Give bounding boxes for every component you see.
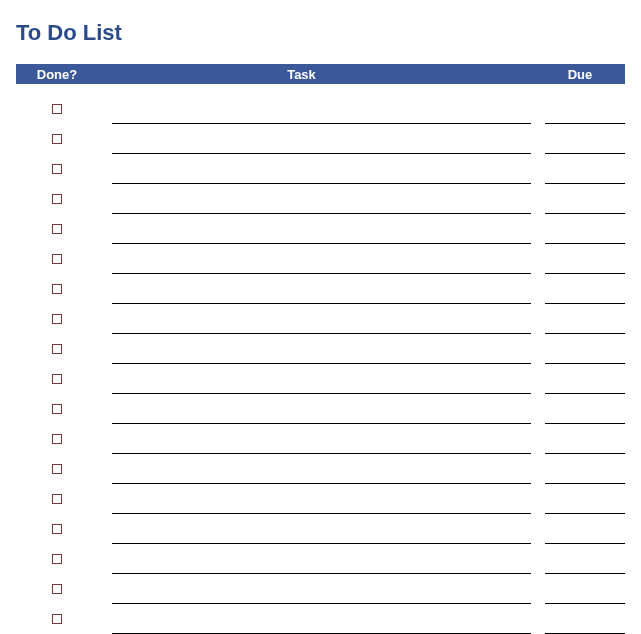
due-input-line[interactable] bbox=[545, 500, 625, 514]
task-cell bbox=[112, 110, 531, 124]
due-input-line[interactable] bbox=[545, 320, 625, 334]
done-checkbox[interactable] bbox=[52, 464, 62, 474]
done-checkbox[interactable] bbox=[52, 194, 62, 204]
done-checkbox[interactable] bbox=[52, 314, 62, 324]
task-input-line[interactable] bbox=[112, 380, 531, 394]
column-header-done: Done? bbox=[16, 67, 98, 82]
task-input-line[interactable] bbox=[112, 350, 531, 364]
task-input-line[interactable] bbox=[112, 170, 531, 184]
done-checkbox[interactable] bbox=[52, 224, 62, 234]
task-input-line[interactable] bbox=[112, 200, 531, 214]
due-input-line[interactable] bbox=[545, 530, 625, 544]
done-cell bbox=[16, 364, 98, 394]
due-cell bbox=[545, 560, 625, 574]
task-cell bbox=[112, 200, 531, 214]
done-checkbox[interactable] bbox=[52, 134, 62, 144]
task-cell bbox=[112, 290, 531, 304]
task-input-line[interactable] bbox=[112, 500, 531, 514]
column-header-task: Task bbox=[98, 67, 545, 82]
done-checkbox[interactable] bbox=[52, 404, 62, 414]
due-cell bbox=[545, 620, 625, 634]
task-cell bbox=[112, 560, 531, 574]
task-cell bbox=[112, 590, 531, 604]
due-input-line[interactable] bbox=[545, 590, 625, 604]
done-cell bbox=[16, 484, 98, 514]
done-cell bbox=[16, 604, 98, 634]
task-input-line[interactable] bbox=[112, 590, 531, 604]
due-input-line[interactable] bbox=[545, 170, 625, 184]
task-cell bbox=[112, 260, 531, 274]
due-input-line[interactable] bbox=[545, 110, 625, 124]
done-checkbox[interactable] bbox=[52, 104, 62, 114]
task-cell bbox=[112, 140, 531, 154]
todo-row bbox=[16, 484, 625, 514]
task-cell bbox=[112, 500, 531, 514]
task-input-line[interactable] bbox=[112, 470, 531, 484]
task-input-line[interactable] bbox=[112, 440, 531, 454]
due-cell bbox=[545, 140, 625, 154]
due-input-line[interactable] bbox=[545, 260, 625, 274]
done-checkbox[interactable] bbox=[52, 584, 62, 594]
done-checkbox[interactable] bbox=[52, 554, 62, 564]
done-cell bbox=[16, 214, 98, 244]
task-input-line[interactable] bbox=[112, 560, 531, 574]
done-cell bbox=[16, 424, 98, 454]
due-input-line[interactable] bbox=[545, 620, 625, 634]
task-cell bbox=[112, 230, 531, 244]
task-input-line[interactable] bbox=[112, 320, 531, 334]
done-cell bbox=[16, 184, 98, 214]
due-input-line[interactable] bbox=[545, 350, 625, 364]
task-input-line[interactable] bbox=[112, 110, 531, 124]
done-checkbox[interactable] bbox=[52, 374, 62, 384]
done-cell bbox=[16, 544, 98, 574]
done-checkbox[interactable] bbox=[52, 614, 62, 624]
task-cell bbox=[112, 440, 531, 454]
due-input-line[interactable] bbox=[545, 230, 625, 244]
done-checkbox[interactable] bbox=[52, 524, 62, 534]
task-input-line[interactable] bbox=[112, 290, 531, 304]
task-input-line[interactable] bbox=[112, 530, 531, 544]
task-input-line[interactable] bbox=[112, 140, 531, 154]
done-checkbox[interactable] bbox=[52, 254, 62, 264]
due-input-line[interactable] bbox=[545, 380, 625, 394]
task-cell bbox=[112, 320, 531, 334]
todo-rows-container bbox=[16, 94, 625, 634]
todo-row bbox=[16, 604, 625, 634]
todo-row bbox=[16, 214, 625, 244]
todo-row bbox=[16, 244, 625, 274]
due-input-line[interactable] bbox=[545, 290, 625, 304]
due-cell bbox=[545, 110, 625, 124]
done-cell bbox=[16, 274, 98, 304]
due-cell bbox=[545, 590, 625, 604]
due-cell bbox=[545, 290, 625, 304]
task-input-line[interactable] bbox=[112, 230, 531, 244]
todo-row bbox=[16, 154, 625, 184]
task-input-line[interactable] bbox=[112, 620, 531, 634]
due-input-line[interactable] bbox=[545, 140, 625, 154]
done-cell bbox=[16, 454, 98, 484]
todo-row bbox=[16, 424, 625, 454]
due-input-line[interactable] bbox=[545, 560, 625, 574]
due-cell bbox=[545, 440, 625, 454]
done-checkbox[interactable] bbox=[52, 164, 62, 174]
task-cell bbox=[112, 410, 531, 424]
done-checkbox[interactable] bbox=[52, 344, 62, 354]
task-input-line[interactable] bbox=[112, 260, 531, 274]
column-header-due: Due bbox=[545, 67, 625, 82]
done-cell bbox=[16, 334, 98, 364]
due-cell bbox=[545, 350, 625, 364]
column-header-bar: Done? Task Due bbox=[16, 64, 625, 84]
due-input-line[interactable] bbox=[545, 410, 625, 424]
task-cell bbox=[112, 350, 531, 364]
page-title: To Do List bbox=[16, 20, 625, 46]
done-checkbox[interactable] bbox=[52, 434, 62, 444]
todo-row bbox=[16, 454, 625, 484]
todo-row bbox=[16, 394, 625, 424]
done-checkbox[interactable] bbox=[52, 284, 62, 294]
due-input-line[interactable] bbox=[545, 440, 625, 454]
todo-row bbox=[16, 94, 625, 124]
due-input-line[interactable] bbox=[545, 470, 625, 484]
task-input-line[interactable] bbox=[112, 410, 531, 424]
done-checkbox[interactable] bbox=[52, 494, 62, 504]
due-input-line[interactable] bbox=[545, 200, 625, 214]
